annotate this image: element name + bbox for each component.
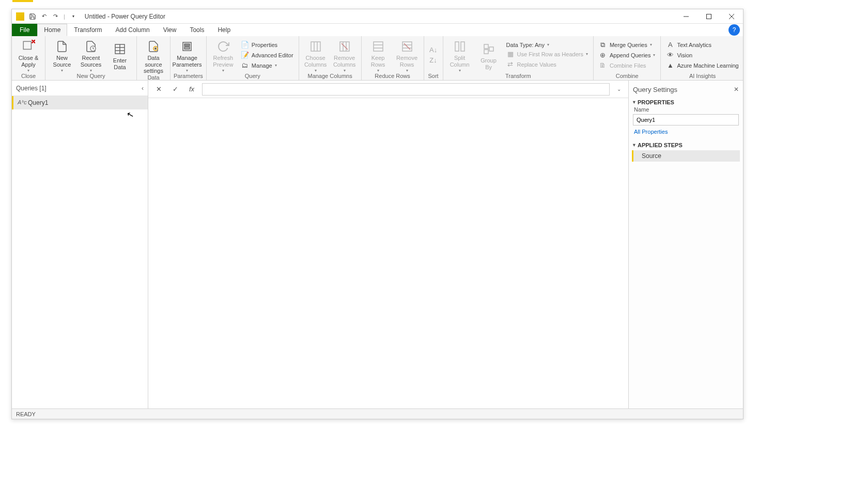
choose-columns-button[interactable]: Choose Columns [302, 37, 329, 72]
qat-customize-dropdown[interactable]: ▾ [68, 11, 79, 22]
tab-home[interactable]: Home [37, 24, 67, 36]
properties-section-header[interactable]: PROPERTIES [629, 96, 743, 106]
ribbon-group-close: Close & Apply Close [12, 36, 45, 80]
maximize-button[interactable] [698, 9, 720, 24]
vision-icon: 👁 [666, 51, 674, 59]
remove-columns-button[interactable]: Remove Columns [331, 37, 358, 72]
svg-line-30 [404, 43, 410, 50]
app-icon [16, 12, 24, 21]
formula-input[interactable] [202, 83, 610, 96]
group-label: Transform [446, 73, 590, 80]
remove-rows-button[interactable]: Remove Rows [394, 37, 421, 72]
group-label: AI Insights [664, 73, 740, 80]
query-name-input[interactable] [633, 114, 739, 125]
queries-pane-header: Queries [1] ‹ [12, 81, 148, 96]
remove-columns-icon [337, 39, 352, 54]
replace-values-button[interactable]: ⇄Replace Values [504, 60, 590, 69]
svg-rect-4 [23, 42, 31, 50]
append-icon: ⊕ [599, 51, 607, 59]
manage-parameters-icon [180, 39, 194, 54]
cancel-formula-button[interactable]: ✕ [152, 83, 165, 96]
merge-queries-button[interactable]: ⧉Merge Queries [597, 40, 658, 50]
ribbon-group-data-sources: Data source settings Data Sources [137, 36, 171, 80]
window-title: Untitled - Power Query Editor [85, 13, 165, 20]
tab-tools[interactable]: Tools [183, 24, 211, 36]
tab-view[interactable]: View [157, 24, 183, 36]
replace-icon: ⇄ [506, 60, 515, 69]
first-row-headers-button[interactable]: ▦Use First Row as Headers [504, 50, 590, 59]
status-text: READY [16, 411, 36, 417]
group-label: Parameters [174, 73, 203, 80]
svg-rect-33 [484, 44, 488, 49]
vision-button[interactable]: 👁Vision [664, 51, 740, 60]
advanced-editor-button[interactable]: 📝Advanced Editor [239, 51, 296, 60]
query-type-icon: Aᵇc [18, 99, 25, 106]
manage-parameters-button[interactable]: Manage Parameters [174, 37, 200, 72]
recent-sources-icon [84, 39, 98, 54]
group-label: Combine [597, 73, 658, 80]
refresh-preview-button[interactable]: Refresh Preview [210, 37, 237, 72]
fx-icon[interactable]: fx [185, 83, 198, 96]
tab-transform[interactable]: Transform [67, 24, 109, 36]
new-source-icon [55, 39, 69, 54]
new-source-button[interactable]: New Source [49, 37, 75, 72]
group-by-button[interactable]: Group By [475, 40, 502, 70]
sort-desc-button[interactable]: Z↓ [427, 56, 440, 65]
group-label: Manage Columns [302, 73, 358, 80]
append-queries-button[interactable]: ⊕Append Queries [597, 51, 658, 60]
manage-icon: 🗂 [241, 61, 249, 70]
sort-desc-icon: Z↓ [429, 56, 438, 65]
redo-button[interactable]: ↷ [50, 11, 60, 22]
query-list-item[interactable]: Aᵇc Query1 [12, 96, 148, 109]
applied-steps-section-header[interactable]: APPLIED STEPS [629, 139, 743, 149]
enter-data-button[interactable]: Enter Data [106, 40, 133, 70]
confirm-formula-button[interactable]: ✓ [169, 83, 181, 96]
sort-asc-button[interactable]: A↓ [427, 45, 440, 55]
ribbon-tabs: File Home Transform Add Column View Tool… [12, 24, 743, 36]
app-window: ↶ ↷ | ▾ Untitled - Power Query Editor Fi… [11, 9, 743, 419]
expand-formula-icon[interactable]: ⌄ [614, 86, 624, 92]
tab-help[interactable]: Help [211, 24, 237, 36]
text-analytics-button[interactable]: AText Analytics [664, 40, 740, 50]
combine-files-button[interactable]: 🗎Combine Files [597, 61, 658, 70]
applied-step-item[interactable]: Source [632, 150, 740, 162]
data-source-settings-icon [146, 39, 161, 54]
remove-rows-icon [400, 39, 414, 54]
properties-button[interactable]: 📄Properties [239, 40, 296, 50]
manage-query-button[interactable]: 🗂Manage [239, 61, 296, 70]
collapse-queries-icon[interactable]: ‹ [142, 85, 144, 92]
svg-rect-16 [184, 47, 190, 49]
keep-rows-icon [371, 39, 385, 54]
close-settings-button[interactable]: ✕ [734, 86, 739, 93]
center-pane: ✕ ✓ fx ⌄ [148, 81, 628, 408]
svg-rect-24 [374, 42, 383, 51]
svg-rect-15 [184, 44, 190, 46]
svg-rect-35 [489, 47, 493, 51]
tab-file[interactable]: File [12, 24, 37, 36]
close-window-button[interactable] [720, 9, 743, 24]
recent-sources-button[interactable]: Recent Sources [78, 37, 104, 72]
enter-data-icon [113, 42, 127, 56]
quick-access-toolbar: ↶ ↷ [27, 11, 60, 22]
save-button[interactable] [27, 11, 38, 22]
keep-rows-button[interactable]: Keep Rows [365, 37, 392, 72]
query-settings-header: Query Settings ✕ [629, 83, 743, 96]
qat-separator: | [64, 13, 65, 20]
svg-rect-31 [455, 42, 459, 51]
data-source-settings-button[interactable]: Data source settings [140, 37, 167, 74]
choose-columns-icon [308, 39, 323, 54]
data-type-button[interactable]: Data Type: Any [504, 41, 590, 49]
ribbon-group-combine: ⧉Merge Queries ⊕Append Queries 🗎Combine … [594, 36, 661, 80]
svg-rect-32 [461, 42, 464, 51]
split-column-button[interactable]: Split Column [446, 37, 473, 72]
minimize-button[interactable] [675, 9, 698, 24]
help-icon[interactable]: ? [729, 24, 740, 36]
azure-ml-button[interactable]: ▲Azure Machine Learning [664, 61, 740, 70]
svg-rect-34 [484, 50, 488, 54]
all-properties-link[interactable]: All Properties [629, 129, 743, 139]
undo-button[interactable]: ↶ [39, 11, 49, 22]
svg-point-13 [155, 48, 157, 50]
tab-add-column[interactable]: Add Column [109, 24, 157, 36]
close-apply-button[interactable]: Close & Apply [15, 37, 42, 72]
group-label: Query [210, 73, 296, 80]
